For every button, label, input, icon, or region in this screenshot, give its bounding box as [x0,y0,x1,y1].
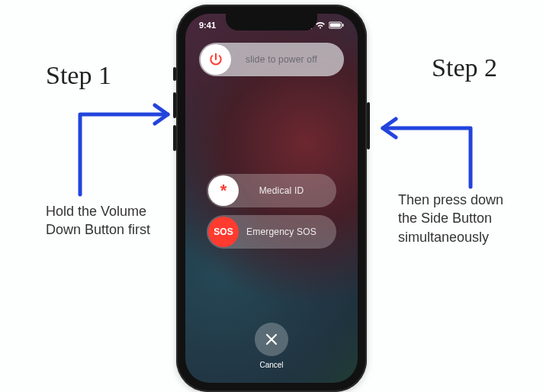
svg-rect-6 [342,24,344,27]
step1-body: Hold the Volume Down Button first [46,202,153,239]
side-button[interactable] [367,102,370,149]
step2-arrow [371,92,486,198]
asterisk-icon: * [220,181,227,201]
cancel-label: Cancel [259,361,283,369]
emergency-sos-slider[interactable]: SOS Emergency SOS [207,215,336,249]
phone-screen: 9:41 slide to power off [185,14,358,383]
sos-icon: SOS [208,217,239,247]
step2-title: Step 2 [432,53,497,82]
emergency-sos-knob[interactable]: SOS [208,217,239,247]
power-off-knob[interactable] [201,44,231,75]
emergency-sos-label: Emergency SOS [240,227,336,237]
medical-id-knob[interactable]: * [208,175,239,206]
medical-id-slider[interactable]: * Medical ID [207,174,336,207]
mute-switch[interactable] [173,67,176,81]
volume-down-button[interactable] [173,125,176,151]
volume-up-button[interactable] [173,92,176,118]
close-icon [265,333,278,346]
power-off-slider[interactable]: slide to power off [199,43,344,76]
medical-id-label: Medical ID [240,185,336,196]
wifi-icon [315,21,326,29]
battery-icon [329,21,344,29]
iphone-device: 9:41 slide to power off [176,5,367,392]
svg-rect-5 [330,24,341,27]
status-time: 9:41 [199,21,216,30]
cancel-button[interactable] [255,323,288,356]
power-off-label: slide to power off [233,54,344,65]
step2-body: Then press down the Side Button simultan… [398,191,512,246]
power-icon [208,52,223,67]
step1-title: Step 1 [46,61,111,90]
step1-arrow [65,99,179,206]
notch [226,14,317,31]
